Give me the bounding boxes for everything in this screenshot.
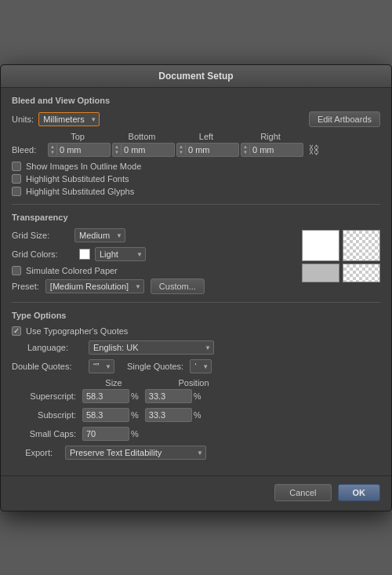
preset-select-wrapper[interactable]: [Medium Resolution] [High Resolution] [L… <box>45 279 144 293</box>
preview-white-swatch <box>302 230 339 261</box>
small-caps-label: Small Caps: <box>12 429 82 439</box>
bleed-row: Bleed: ▲ ▼ ▲ ▼ ▲ <box>12 143 380 157</box>
edit-artboards-button[interactable]: Edit Artboards <box>309 111 380 127</box>
grid-color-swatch <box>79 249 90 260</box>
type-section: Type Options Use Typographer's Quotes La… <box>12 311 380 460</box>
language-label: Language: <box>27 343 82 352</box>
type-section-title: Type Options <box>12 311 380 320</box>
units-select-wrapper[interactable]: Millimeters Pixels Points Inches <box>38 112 100 126</box>
units-label: Units: <box>12 115 34 124</box>
double-quotes-label: Double Quotes: <box>12 362 82 371</box>
simulate-paper-checkbox[interactable] <box>12 266 21 275</box>
bleed-top-input[interactable] <box>57 144 96 156</box>
custom-button[interactable]: Custom... <box>151 278 205 294</box>
double-quotes-select-wrapper[interactable]: “” <box>89 359 114 373</box>
superscript-size-input[interactable] <box>82 389 129 403</box>
size-header: Size <box>82 378 145 388</box>
bleed-section: Bleed and View Options Units: Millimeter… <box>12 96 380 196</box>
document-setup-dialog: Document Setup Bleed and View Options Un… <box>0 64 392 511</box>
quotes-row: Double Quotes: “” Single Quotes: ‘ <box>12 359 380 373</box>
language-select-wrapper[interactable]: English: UK English: US <box>89 340 214 355</box>
cancel-button[interactable]: Cancel <box>274 484 331 501</box>
small-caps-row: Small Caps: % <box>12 427 380 441</box>
grid-size-select-wrapper[interactable]: Medium Small Large <box>74 228 125 242</box>
small-caps-input[interactable] <box>82 427 129 441</box>
superscript-row: Superscript: % % <box>12 389 380 403</box>
position-header: Position <box>162 378 225 388</box>
export-label: Export: <box>20 448 59 457</box>
transparency-previews <box>302 228 380 294</box>
show-images-label: Show Images In Outline Mode <box>26 162 141 171</box>
highlight-glyphs-checkbox[interactable] <box>12 187 21 196</box>
subscript-position-percent: % <box>194 410 201 420</box>
chain-link-icon: ⛓ <box>308 144 319 156</box>
show-images-checkbox[interactable] <box>12 162 21 171</box>
bleed-left-input[interactable] <box>186 144 225 156</box>
subscript-row: Subscript: % % <box>12 408 380 422</box>
transparency-section-title: Transparency <box>12 213 380 222</box>
single-quotes-label: Single Quotes: <box>127 362 183 371</box>
superscript-position-input[interactable] <box>145 389 192 403</box>
subscript-size-input[interactable] <box>82 408 129 422</box>
typographers-quotes-checkbox[interactable] <box>12 326 21 336</box>
grid-size-select[interactable]: Medium Small Large <box>74 228 125 242</box>
language-select[interactable]: English: UK English: US <box>89 340 214 355</box>
bleed-left-input-group[interactable]: ▲ ▼ <box>176 143 239 157</box>
divider-1 <box>12 204 380 205</box>
typographers-quotes-label: Use Typographer's Quotes <box>26 326 128 336</box>
simulate-paper-row: Simulate Colored Paper <box>12 266 296 275</box>
preset-row: Preset: [Medium Resolution] [High Resolu… <box>12 278 296 294</box>
highlight-fonts-checkbox[interactable] <box>12 174 21 184</box>
bleed-bottom-input-group[interactable]: ▲ ▼ <box>112 143 175 157</box>
divider-2 <box>12 302 380 303</box>
grid-size-row: Grid Size: Medium Small Large <box>12 228 296 242</box>
superscript-position-percent: % <box>194 391 201 401</box>
bleed-right-spinner[interactable]: ▲ ▼ <box>241 144 250 155</box>
superscript-label: Superscript: <box>12 391 82 401</box>
preview-checker-large <box>343 230 380 261</box>
bleed-bottom-spinner[interactable]: ▲ ▼ <box>113 144 122 155</box>
grid-colors-row: Grid Colors: Light Medium Dark <box>12 247 296 261</box>
single-quotes-select-wrapper[interactable]: ‘ <box>190 359 212 373</box>
single-quotes-select[interactable]: ‘ <box>190 359 212 373</box>
grid-colors-select[interactable]: Light Medium Dark <box>95 247 146 261</box>
bleed-left-header: Left <box>175 132 238 141</box>
show-images-row: Show Images In Outline Mode <box>12 162 380 171</box>
bleed-label: Bleed: <box>12 145 46 155</box>
highlight-fonts-label: Highlight Substituted Fonts <box>26 174 129 184</box>
subscript-position-input[interactable] <box>145 408 192 422</box>
superscript-size-percent: % <box>131 391 139 401</box>
dialog-footer: Cancel OK <box>1 475 391 511</box>
units-select[interactable]: Millimeters Pixels Points Inches <box>38 112 100 126</box>
export-select[interactable]: Preserve Text Editability Preserve Text … <box>65 446 206 460</box>
small-caps-percent: % <box>131 429 139 439</box>
bleed-section-title: Bleed and View Options <box>12 96 380 105</box>
bleed-right-header: Right <box>239 132 302 141</box>
grid-colors-select-wrapper[interactable]: Light Medium Dark <box>95 247 146 261</box>
preview-gray-swatch <box>302 264 339 282</box>
double-quotes-select[interactable]: “” <box>89 359 114 373</box>
typographers-quotes-row: Use Typographer's Quotes <box>12 326 380 336</box>
simulate-paper-label: Simulate Colored Paper <box>26 266 118 275</box>
dialog-title: Document Setup <box>1 65 391 88</box>
export-select-wrapper[interactable]: Preserve Text Editability Preserve Text … <box>65 446 206 460</box>
language-row: Language: English: UK English: US <box>27 340 380 355</box>
export-row: Export: Preserve Text Editability Preser… <box>20 446 380 460</box>
transparency-section: Transparency Grid Size: Medium Small Lar… <box>12 213 380 294</box>
bleed-top-spinner[interactable]: ▲ ▼ <box>49 144 57 155</box>
ok-button[interactable]: OK <box>338 484 381 501</box>
highlight-fonts-row: Highlight Substituted Fonts <box>12 174 380 184</box>
grid-colors-label: Grid Colors: <box>12 249 74 259</box>
highlight-glyphs-row: Highlight Substituted Glyphs <box>12 187 380 196</box>
bleed-headers: Top Bottom Left Right <box>46 132 380 141</box>
grid-size-label: Grid Size: <box>12 231 74 240</box>
bleed-bottom-header: Bottom <box>111 132 173 141</box>
bleed-top-input-group[interactable]: ▲ ▼ <box>48 143 111 157</box>
bleed-right-input-group[interactable]: ▲ ▼ <box>241 143 303 157</box>
preset-select[interactable]: [Medium Resolution] [High Resolution] [L… <box>45 279 144 293</box>
bleed-left-spinner[interactable]: ▲ ▼ <box>177 144 186 155</box>
bleed-bottom-input[interactable] <box>122 144 161 156</box>
highlight-glyphs-label: Highlight Substituted Glyphs <box>26 187 134 196</box>
subscript-size-percent: % <box>131 410 139 420</box>
bleed-right-input[interactable] <box>250 144 289 156</box>
